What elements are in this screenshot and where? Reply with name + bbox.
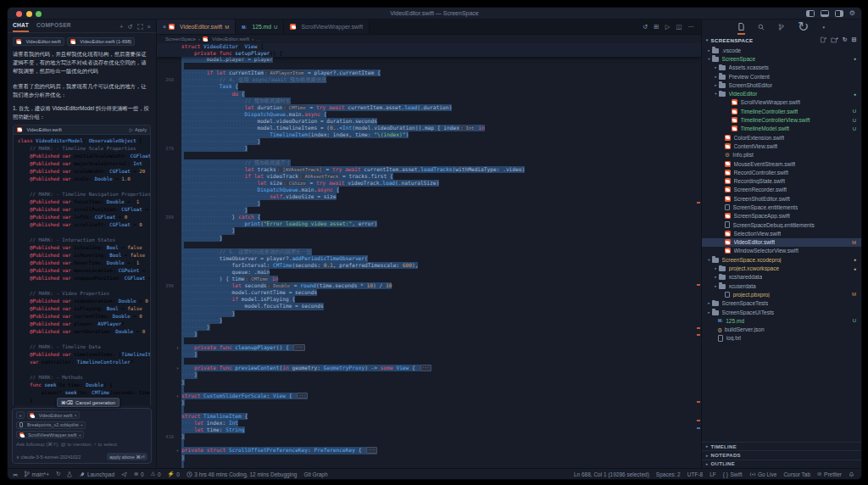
explorer-item-assets-xcassets[interactable]: ▸Assets.xcassets bbox=[702, 64, 861, 72]
breadcrumb-item[interactable]: VideoEditor.swift bbox=[203, 36, 249, 42]
explorer-item-videoeditor[interactable]: ▾VideoEditor● bbox=[702, 89, 861, 98]
settings-gear-icon[interactable]: ⚙ bbox=[849, 10, 855, 17]
status-clock-3-hrs-46-mins-coding-12-[interactable]: 3 hrs 46 mins Coding, 12 mins Debugging bbox=[186, 471, 298, 477]
refresh-explorer-icon[interactable]: ↻ bbox=[843, 36, 848, 43]
chat-conversation[interactable]: VideoEditor.swiftVideoEditor.swift (1-69… bbox=[8, 33, 156, 405]
expand-chat-icon[interactable] bbox=[137, 24, 143, 30]
apply-above-button[interactable]: apply above ⌘⏎ bbox=[107, 453, 147, 460]
status--spaces-2[interactable]: Spaces: 2 bbox=[656, 471, 681, 477]
explorer-item-preview-content[interactable]: ▸Preview Content bbox=[702, 72, 861, 81]
section-notepads[interactable]: ▸NOTEPADS bbox=[702, 450, 861, 459]
context-chip[interactable]: VideoEditor.swift (1-698) bbox=[67, 37, 135, 46]
section-timeline[interactable]: ▸TIMELINE bbox=[702, 442, 861, 450]
explorer-item-timelinecontroller-swift[interactable]: TimelineController.swiftU bbox=[702, 107, 861, 115]
chat-history-icon[interactable]: ↺ bbox=[127, 23, 132, 31]
explorer-item-timelinecontrollerview-swift[interactable]: TimelineControllerView.swiftU bbox=[702, 115, 861, 124]
explorer-item-xcuserdata[interactable]: ▸xcuserdata bbox=[702, 282, 861, 290]
status-error-0[interactable]: ⊗0 bbox=[134, 471, 144, 477]
explorer-item-recordcontroller-swift[interactable]: RecordController.swift bbox=[702, 168, 861, 176]
explorer-item-windowselectorview-swift[interactable]: WindowSelectorView.swift bbox=[702, 247, 861, 255]
status-zap-0[interactable]: ⚡0 bbox=[168, 471, 180, 477]
explorer-view-icon[interactable] bbox=[737, 20, 745, 35]
editor-tab-scrollviewwrapper-swift[interactable]: ScrollViewWrapper.swift bbox=[284, 20, 370, 34]
explorer-item-colorextension-swift[interactable]: ColorExtension.swift bbox=[702, 133, 861, 142]
status-braces-swift[interactable]: { }Swift bbox=[723, 471, 743, 477]
status-slash-prettier[interactable]: ⊘Prettier bbox=[817, 471, 842, 477]
status-branch-main-[interactable]: main*+ bbox=[24, 471, 49, 477]
chevron-down-icon[interactable]: ▾ bbox=[821, 21, 826, 34]
explorer-item-info-plist[interactable]: ⚙Info.plist bbox=[702, 151, 861, 159]
status-broadcast-go-live[interactable]: Go Live bbox=[749, 471, 777, 477]
run-file-icon[interactable]: ▷ bbox=[665, 23, 670, 31]
chat-tab-composer[interactable]: COMPOSER bbox=[36, 20, 71, 32]
breadcrumb-item[interactable]: … bbox=[256, 36, 261, 42]
more-actions-icon[interactable]: ⋯ bbox=[688, 23, 695, 31]
explorer-item-screenspacedebug-entitlements[interactable]: ScreenSpaceDebug.entitlements bbox=[702, 220, 861, 229]
status--cursor-tab[interactable]: Cursor Tab bbox=[783, 471, 810, 477]
status-rocket-launchpad[interactable]: Launchpad bbox=[79, 471, 114, 477]
chat-input-placeholder[interactable]: Ask followup (⌘Y), @ to mention, ↑ to se… bbox=[16, 441, 147, 447]
explorer-item-selectionview-swift[interactable]: SelectionView.swift bbox=[702, 229, 861, 237]
explorer-item-recordingstate-swift[interactable]: RecordingState.swift bbox=[702, 176, 861, 185]
open-changes-icon[interactable]: ⊞ bbox=[654, 23, 659, 31]
breadcrumb[interactable]: ScreenSpace›VideoEditor.swift›… bbox=[157, 35, 701, 43]
input-context-chip[interactable]: ScrollViewWrapper.swift + bbox=[16, 431, 84, 438]
chat-input-box[interactable]: +VideoEditor.swift ×Breakpoints_v2.xcbkp… bbox=[12, 408, 152, 464]
toggle-panel-icon[interactable] bbox=[821, 10, 829, 17]
explorer-item-screenspaceapp-swift[interactable]: ScreenSpaceApp.swift bbox=[702, 212, 861, 220]
status-warning-0[interactable]: ⚠0 bbox=[151, 471, 161, 477]
context-chip[interactable]: VideoEditor.swift bbox=[13, 37, 64, 46]
explorer-item--vscode[interactable]: ▸.vscode bbox=[702, 46, 861, 54]
explorer-item-screenshoteditor[interactable]: ▸ScreenShotEditor bbox=[702, 81, 861, 89]
close-chat-icon[interactable]: × bbox=[147, 23, 151, 31]
editor-tab-videoeditor-swift[interactable]: ×VideoEditor.swiftM bbox=[157, 20, 236, 34]
explorer-item-timelinemodel-swift[interactable]: TimelineModel.swiftU bbox=[702, 125, 861, 133]
timeline-history-icon[interactable]: ↺ bbox=[643, 23, 648, 31]
explorer-item-screenshoteditor-swift[interactable]: ScreenShotEditor.swift bbox=[702, 194, 861, 203]
explorer-item-screenspace-xcodeproj[interactable]: ▾ScreenSpace.xcodeproj● bbox=[702, 255, 861, 264]
add-context-chip[interactable]: + bbox=[16, 411, 25, 419]
chat-tab-chat[interactable]: CHAT bbox=[13, 20, 29, 32]
input-context-chip[interactable]: Breakpoints_v2.xcbkptlist + bbox=[16, 421, 86, 429]
explorer-item-125-md[interactable]: M↓125.mdU bbox=[702, 316, 861, 325]
status-remote[interactable]: >< bbox=[13, 471, 17, 477]
collapse-folders-icon[interactable]: ⊟ bbox=[852, 36, 857, 43]
explorer-item-project-pbxproj[interactable]: project.pbxprojM bbox=[702, 290, 861, 298]
apply-code-button[interactable]: ▷ Apply bbox=[130, 127, 147, 132]
explorer-item-buildserver-json[interactable]: {}buildServer.json bbox=[702, 326, 861, 334]
explorer-item-scrollviewwrapper-swift[interactable]: ScrollViewWrapper.swift bbox=[702, 98, 861, 107]
explorer-item-screenspace[interactable]: ▾ScreenSpace● bbox=[702, 54, 861, 63]
split-editor-icon[interactable]: ◫ bbox=[676, 23, 682, 31]
explorer-item-screenspaceuitests[interactable]: ▸ScreenSpaceUITests bbox=[702, 308, 861, 316]
status-flask[interactable] bbox=[67, 471, 72, 477]
status-sync[interactable]: ↻ bbox=[56, 471, 60, 477]
explorer-item-project-xcworkspace[interactable]: ▸project.xcworkspace● bbox=[702, 264, 861, 272]
explorer-item-mouseeventstream-swift[interactable]: MouseEventStream.swift bbox=[702, 159, 861, 168]
cancel-generation-tooltip[interactable]: ⌘⌫Cancel generation bbox=[57, 398, 120, 407]
explorer-item-screenrecorder-swift[interactable]: ScreenRecorder.swift bbox=[702, 186, 861, 194]
titlebar[interactable]: VideoEditor.swift — ScreenSpace ⚙ bbox=[8, 8, 861, 20]
explorer-item-screenspacetests[interactable]: ▸ScreenSpaceTests bbox=[702, 299, 861, 308]
explorer-item-log-txt[interactable]: log.txt bbox=[702, 334, 861, 343]
input-context-chip[interactable]: VideoEditor.swift × bbox=[27, 411, 80, 419]
status-bell[interactable] bbox=[849, 471, 854, 477]
new-file-icon[interactable] bbox=[820, 36, 826, 43]
new-chat-icon[interactable]: + bbox=[120, 23, 123, 31]
explorer-item-xcshareddata[interactable]: ▸xcshareddata bbox=[702, 273, 861, 282]
explorer-item-screenspace-entitlements[interactable]: ScreenSpace.entitlements bbox=[702, 203, 861, 211]
status--lf[interactable]: LF bbox=[709, 471, 716, 477]
status--git-graph[interactable]: Git Graph bbox=[303, 471, 327, 477]
toggle-right-sidebar-icon[interactable] bbox=[835, 10, 843, 17]
editor-tab-125-md[interactable]: M↓125.mdU bbox=[236, 20, 284, 34]
breadcrumb-item[interactable]: ScreenSpace bbox=[165, 36, 196, 42]
explorer-item-videoeditor-swift[interactable]: VideoEditor.swiftM bbox=[702, 238, 861, 247]
toggle-left-sidebar-icon[interactable] bbox=[806, 10, 815, 17]
status-plane[interactable] bbox=[121, 471, 127, 477]
explorer-item-contentview-swift[interactable]: ContentView.swift bbox=[702, 142, 861, 150]
section-outline[interactable]: ▸OUTLINE bbox=[702, 460, 861, 468]
status--ln-688-col-1-19286-selected-[interactable]: Ln 688, Col 1 (19286 selected) bbox=[574, 471, 649, 477]
source-control-icon[interactable] bbox=[777, 20, 785, 35]
status--utf-8[interactable]: UTF-8 bbox=[687, 471, 703, 477]
model-selector[interactable]: ∨ claude-3-5-sonnet-20241022 bbox=[16, 454, 81, 460]
search-icon[interactable] bbox=[757, 20, 765, 35]
